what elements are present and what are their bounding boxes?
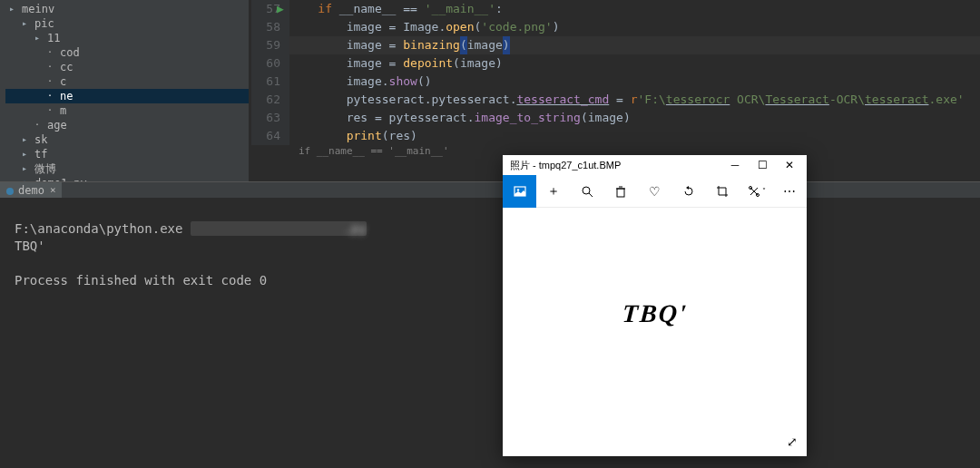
console-text: F:\anaconda\python.exe (15, 221, 191, 236)
code-token: Image (403, 18, 438, 36)
tree-item[interactable]: ▸sk (5, 132, 249, 147)
tree-item[interactable]: ▸微博 (5, 161, 249, 176)
tree-item-label: 11 (47, 31, 60, 45)
tree-item-label: cc (60, 60, 73, 74)
code-token: depoint (403, 54, 453, 73)
tree-item-label: 微博 (34, 161, 56, 176)
line-number: 61 (251, 73, 289, 91)
tree-item[interactable]: ·c (5, 74, 249, 89)
more-icon[interactable]: ⋯ (773, 175, 807, 208)
code-token: image_to_string (475, 109, 581, 127)
close-button[interactable]: ✕ (776, 155, 803, 175)
tree-item[interactable]: ▸tf (5, 147, 249, 161)
zoom-icon[interactable] (570, 175, 603, 208)
breadcrumb-text: if __name__ == '__main__' (299, 145, 449, 158)
code-editor[interactable]: 57▶ if __name__ == '__main__': 58 image … (251, 0, 980, 181)
tree-item[interactable]: ▸meinv (5, 2, 249, 16)
tree-item[interactable]: ·cc (5, 60, 249, 74)
tree-item[interactable]: ▸11 (5, 31, 249, 45)
code-token: = (389, 36, 397, 54)
svg-line-4 (589, 193, 593, 197)
tree-item[interactable]: ·m (5, 103, 249, 118)
tree-item-label: sk (34, 132, 47, 147)
code-token: image (588, 109, 623, 127)
svg-point-0 (6, 188, 14, 195)
run-console[interactable]: F:\anaconda\python.exe .py TBQ' Process … (0, 198, 980, 468)
tree-item[interactable]: ·ne (5, 89, 249, 103)
line-number: 58 (251, 18, 289, 36)
file-icon: · (44, 104, 56, 117)
minimize-button[interactable]: ─ (721, 155, 749, 175)
code-token: .exe' (928, 91, 964, 109)
code-token: res (347, 109, 368, 127)
window-titlebar[interactable]: 照片 - tmpq27_c1ut.BMP ─ ☐ ✕ (503, 155, 807, 175)
line-number: 63 (251, 109, 289, 127)
tree-item-label: m (60, 103, 66, 118)
tree-item[interactable]: ·cod (5, 45, 249, 60)
line-number: 64 (251, 127, 289, 145)
code-token: r (631, 91, 638, 109)
edit-icon[interactable]: ˅ (740, 175, 773, 208)
line-number: 59 (251, 36, 289, 54)
rotate-icon[interactable] (671, 175, 705, 208)
delete-icon[interactable] (604, 175, 638, 208)
svg-rect-5 (617, 189, 624, 197)
tree-item-label: cod (60, 45, 80, 60)
code-token: = (389, 18, 397, 36)
code-token: = (389, 54, 397, 73)
folder-icon: ▸ (5, 3, 18, 15)
python-icon (5, 186, 15, 195)
captcha-image-text: TBQ' (621, 299, 688, 328)
code-token: res (389, 127, 410, 145)
console-text: .py (191, 221, 367, 236)
folder-icon: ▸ (18, 162, 31, 175)
project-tree: ▸meinv ▸pic ▸11 ·cod ·cc ·c ·ne ·m ·age … (0, 0, 250, 181)
tree-item-label: meinv (22, 2, 54, 16)
crop-icon[interactable] (705, 175, 739, 208)
code-token: pytesseract.pytesseract. (347, 91, 517, 109)
code-token: show (389, 73, 417, 91)
run-tab-label: demo (18, 184, 44, 197)
tree-item[interactable]: ▸pic (5, 16, 249, 31)
code-token: = (616, 91, 623, 109)
code-token: image (460, 54, 495, 73)
svg-point-3 (583, 187, 590, 194)
code-token: tesseract_cmd (516, 91, 609, 109)
line-number: 57▶ (251, 0, 289, 18)
run-gutter-icon[interactable]: ▶ (277, 0, 284, 18)
add-icon[interactable]: ＋ (536, 175, 570, 208)
photo-view-icon[interactable] (503, 175, 536, 208)
tree-item[interactable]: ·age (5, 118, 249, 132)
code-token: image (467, 36, 503, 54)
code-token: print (347, 127, 382, 145)
code-token: 'F:\ (638, 91, 666, 109)
svg-point-2 (516, 189, 518, 190)
code-token: image (347, 36, 382, 54)
file-icon: · (44, 90, 56, 102)
console-text: TBQ' (15, 239, 45, 253)
console-text: Process finished with exit code 0 (15, 273, 267, 288)
code-token: if (318, 0, 332, 18)
tree-item-label: pic (34, 16, 54, 31)
maximize-button[interactable]: ☐ (749, 155, 776, 175)
folder-icon: ▸ (31, 32, 44, 44)
photo-canvas[interactable]: TBQ' ⤢ (503, 208, 807, 456)
code-token: binazing (403, 36, 460, 54)
code-token: tesserocr (666, 91, 730, 109)
code-token: == (403, 0, 417, 18)
tree-item-label: ne (60, 89, 73, 103)
code-token: image (347, 54, 382, 73)
code-token: '__main__' (425, 0, 495, 18)
code-token: 'code.png' (481, 18, 552, 36)
window-title: 照片 - tmpq27_c1ut.BMP (506, 159, 721, 172)
code-token: image (347, 18, 382, 36)
close-icon[interactable]: × (50, 184, 56, 196)
folder-icon: ▸ (18, 133, 31, 146)
run-tab[interactable]: demo × (0, 182, 62, 199)
code-token: OCR\ (730, 91, 765, 109)
folder-icon: ▸ (18, 17, 31, 30)
heart-icon[interactable]: ♡ (638, 175, 671, 208)
photo-viewer-window: 照片 - tmpq27_c1ut.BMP ─ ☐ ✕ ＋ ♡ ˅ ⋯ TBQ' … (503, 155, 807, 456)
resize-handle-icon[interactable]: ⤢ (787, 434, 798, 449)
code-token: __name__ (339, 0, 397, 18)
